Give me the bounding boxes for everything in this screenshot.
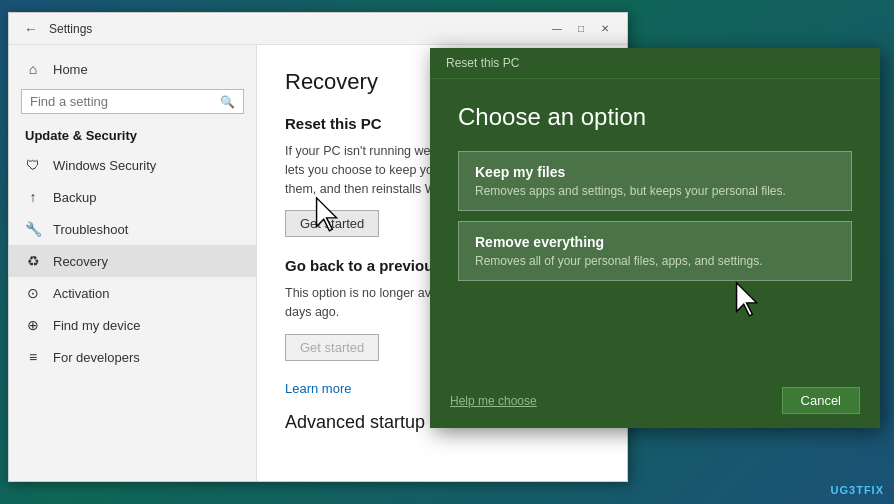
back-icon: ← <box>24 21 38 37</box>
sidebar-item-troubleshoot[interactable]: 🔧 Troubleshoot <box>9 213 256 245</box>
activation-icon: ⊙ <box>25 285 41 301</box>
sidebar-item-recovery[interactable]: ♻ Recovery <box>9 245 256 277</box>
watermark: UG3TFIX <box>831 484 884 496</box>
search-box: 🔍 <box>21 89 244 114</box>
help-me-choose-link[interactable]: Help me choose <box>450 394 537 408</box>
sidebar-item-for-developers[interactable]: ≡ For developers <box>9 341 256 373</box>
search-input[interactable] <box>30 94 220 109</box>
cancel-button[interactable]: Cancel <box>782 387 860 414</box>
choose-option-title: Choose an option <box>458 103 852 131</box>
sidebar-item-for-developers-label: For developers <box>53 350 140 365</box>
remove-everything-desc: Removes all of your personal files, apps… <box>475 254 835 268</box>
for-developers-icon: ≡ <box>25 349 41 365</box>
find-my-device-icon: ⊕ <box>25 317 41 333</box>
sidebar-item-find-my-device-label: Find my device <box>53 318 140 333</box>
title-bar-controls: — □ ✕ <box>547 19 615 39</box>
sidebar-item-recovery-label: Recovery <box>53 254 108 269</box>
maximize-button[interactable]: □ <box>571 19 591 39</box>
keep-my-files-desc: Removes apps and settings, but keeps you… <box>475 184 835 198</box>
reset-get-started-button[interactable]: Get started <box>285 210 379 237</box>
remove-everything-title: Remove everything <box>475 234 835 250</box>
window-title: Settings <box>49 22 92 36</box>
troubleshoot-icon: 🔧 <box>25 221 41 237</box>
sidebar-item-backup[interactable]: ↑ Backup <box>9 181 256 213</box>
sidebar-item-activation[interactable]: ⊙ Activation <box>9 277 256 309</box>
shield-icon: 🛡 <box>25 157 41 173</box>
title-bar-left: ← Settings <box>21 19 547 39</box>
watermark-prefix: UG <box>831 484 850 496</box>
minimize-button[interactable]: — <box>547 19 567 39</box>
keep-my-files-option[interactable]: Keep my files Removes apps and settings,… <box>458 151 852 211</box>
home-icon: ⌂ <box>25 61 41 77</box>
backup-icon: ↑ <box>25 189 41 205</box>
recovery-icon: ♻ <box>25 253 41 269</box>
sidebar-item-home-label: Home <box>53 62 88 77</box>
sidebar-item-windows-security[interactable]: 🛡 Windows Security <box>9 149 256 181</box>
reset-dialog: Reset this PC Choose an option Keep my f… <box>430 48 880 428</box>
search-icon: 🔍 <box>220 95 235 109</box>
sidebar-item-backup-label: Backup <box>53 190 96 205</box>
reset-dialog-titlebar: Reset this PC <box>430 48 880 79</box>
keep-my-files-title: Keep my files <box>475 164 835 180</box>
sidebar-item-windows-security-label: Windows Security <box>53 158 156 173</box>
sidebar-item-troubleshoot-label: Troubleshoot <box>53 222 128 237</box>
sidebar: ⌂ Home 🔍 Update & Security 🛡 Windows Sec… <box>9 45 257 481</box>
reset-dialog-footer: Help me choose Cancel <box>430 377 880 428</box>
sidebar-section-title: Update & Security <box>9 122 256 149</box>
watermark-highlight: 3T <box>849 484 864 496</box>
sidebar-item-activation-label: Activation <box>53 286 109 301</box>
watermark-suffix: FIX <box>864 484 884 496</box>
title-bar: ← Settings — □ ✕ <box>9 13 627 45</box>
sidebar-item-home[interactable]: ⌂ Home <box>9 53 256 85</box>
reset-dialog-body: Choose an option Keep my files Removes a… <box>430 79 880 377</box>
close-button[interactable]: ✕ <box>595 19 615 39</box>
go-back-get-started-button[interactable]: Get started <box>285 334 379 361</box>
sidebar-item-find-my-device[interactable]: ⊕ Find my device <box>9 309 256 341</box>
back-button[interactable]: ← <box>21 19 41 39</box>
remove-everything-option[interactable]: Remove everything Removes all of your pe… <box>458 221 852 281</box>
